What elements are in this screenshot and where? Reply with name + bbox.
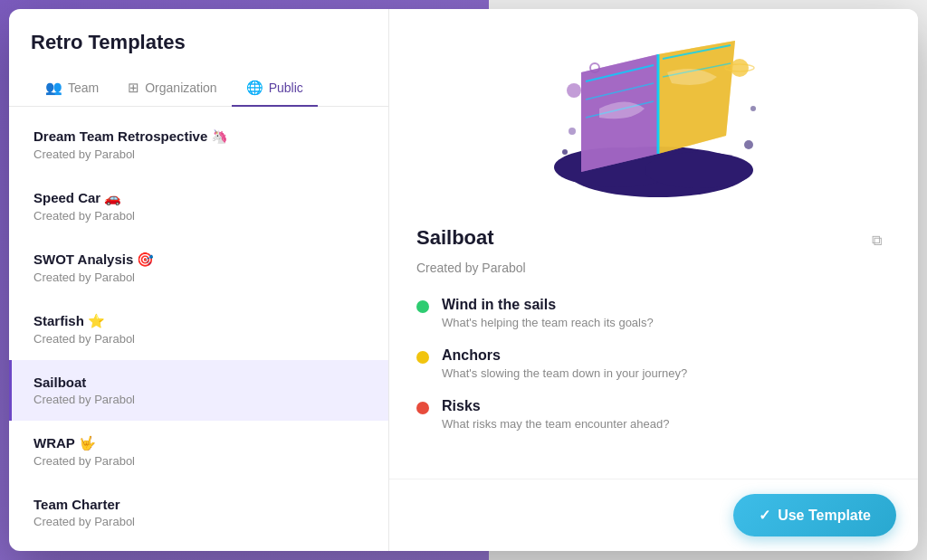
preview-title-text: Sailboat — [416, 226, 494, 250]
template-list: Dream Team Retrospective 🦄 Created by Pa… — [9, 107, 388, 551]
sailboat-svg — [527, 18, 780, 199]
preview-header: Sailboat ⧉ — [416, 226, 891, 255]
svg-point-5 — [731, 59, 749, 77]
preview-content: Sailboat ⧉ Created by Parabol Wind in th… — [389, 208, 918, 479]
section-wind: Wind in the sails What's helping the tea… — [416, 297, 891, 329]
svg-point-4 — [567, 83, 581, 98]
section-anchors-label: Anchors — [442, 347, 687, 364]
svg-point-2 — [645, 152, 753, 188]
template-item-sailboat[interactable]: Sailboat Created by Parabol — [9, 360, 388, 421]
section-risks-label: Risks — [442, 398, 669, 414]
team-icon: 👥 — [45, 80, 62, 96]
svg-point-11 — [744, 140, 753, 149]
section-wind-label: Wind in the sails — [442, 297, 654, 313]
section-anchors: Anchors What's slowing the team down in … — [416, 347, 891, 380]
preview-illustration — [389, 9, 918, 208]
modal-header: Retro Templates 👥 Team ⊞ Organization 🌐 … — [9, 9, 388, 107]
tab-organization[interactable]: ⊞ Organization — [113, 71, 231, 107]
copy-button[interactable]: ⧉ — [862, 226, 891, 255]
template-creator: Created by Parabol — [33, 271, 367, 284]
template-name: Starfish ⭐ — [33, 313, 367, 329]
tabs-container: 👥 Team ⊞ Organization 🌐 Public — [9, 71, 388, 107]
template-item-team-charter[interactable]: Team Charter Created by Parabol — [9, 482, 388, 543]
template-item-speed-car[interactable]: Speed Car 🚗 Created by Parabol — [9, 176, 388, 237]
section-risks-text: Risks What risks may the team encounter … — [442, 398, 669, 431]
section-risks-desc: What risks may the team encounter ahead? — [442, 417, 669, 431]
section-risks: Risks What risks may the team encounter … — [416, 398, 891, 431]
template-creator: Created by Parabol — [33, 332, 367, 346]
section-anchors-desc: What's slowing the team down in your jou… — [442, 366, 687, 380]
svg-point-10 — [750, 106, 756, 111]
template-creator: Created by Parabol — [33, 147, 367, 161]
template-name: SWOT Analysis 🎯 — [33, 252, 367, 268]
tab-public[interactable]: 🌐 Public — [232, 71, 318, 107]
organization-icon: ⊞ — [128, 80, 139, 96]
retro-templates-modal: Retro Templates 👥 Team ⊞ Organization 🌐 … — [9, 9, 918, 551]
preview-title: Sailboat — [416, 226, 494, 250]
template-item-dream-team[interactable]: Dream Team Retrospective 🦄 Created by Pa… — [9, 114, 388, 176]
template-preview-panel: Sailboat ⧉ Created by Parabol Wind in th… — [389, 9, 918, 551]
template-name: Speed Car 🚗 — [33, 190, 367, 206]
tab-organization-label: Organization — [145, 81, 216, 95]
template-item-wrap[interactable]: WRAP 🤟 Created by Parabol — [9, 421, 388, 482]
tab-public-label: Public — [269, 81, 303, 95]
section-wind-desc: What's helping the team reach its goals? — [442, 316, 654, 329]
check-icon: ✓ — [759, 507, 770, 524]
template-item-swot[interactable]: SWOT Analysis 🎯 Created by Parabol — [9, 237, 388, 299]
template-name: Sailboat — [33, 375, 367, 390]
red-dot — [416, 402, 429, 414]
svg-point-9 — [562, 149, 568, 155]
public-icon: 🌐 — [246, 80, 263, 96]
use-template-button[interactable]: ✓ Use Template — [733, 494, 896, 536]
tab-team[interactable]: 👥 Team — [31, 71, 113, 107]
template-creator: Created by Parabol — [33, 209, 367, 223]
svg-point-8 — [569, 128, 576, 135]
yellow-dot — [416, 351, 429, 364]
tab-team-label: Team — [68, 81, 99, 95]
preview-creator: Created by Parabol — [416, 261, 891, 275]
use-template-label: Use Template — [778, 508, 871, 524]
template-creator: Created by Parabol — [33, 515, 367, 528]
template-creator: Created by Parabol — [33, 454, 367, 468]
section-wind-text: Wind in the sails What's helping the tea… — [442, 297, 654, 329]
template-creator: Created by Parabol — [33, 393, 367, 406]
template-list-panel: Retro Templates 👥 Team ⊞ Organization 🌐 … — [9, 9, 389, 551]
template-name: Dream Team Retrospective 🦄 — [33, 128, 367, 145]
template-name: WRAP 🤟 — [33, 435, 367, 451]
green-dot — [416, 300, 429, 313]
bottom-bar: ✓ Use Template — [389, 479, 918, 551]
modal-title: Retro Templates — [31, 31, 367, 54]
template-item-starfish[interactable]: Starfish ⭐ Created by Parabol — [9, 299, 388, 360]
section-anchors-text: Anchors What's slowing the team down in … — [442, 347, 687, 380]
template-name: Team Charter — [33, 497, 367, 512]
